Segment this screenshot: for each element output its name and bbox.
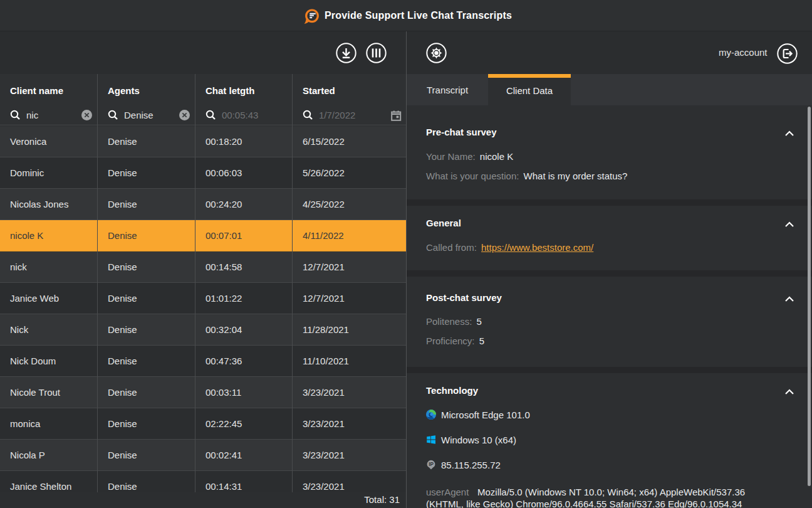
svg-text:IP: IP xyxy=(429,462,434,467)
